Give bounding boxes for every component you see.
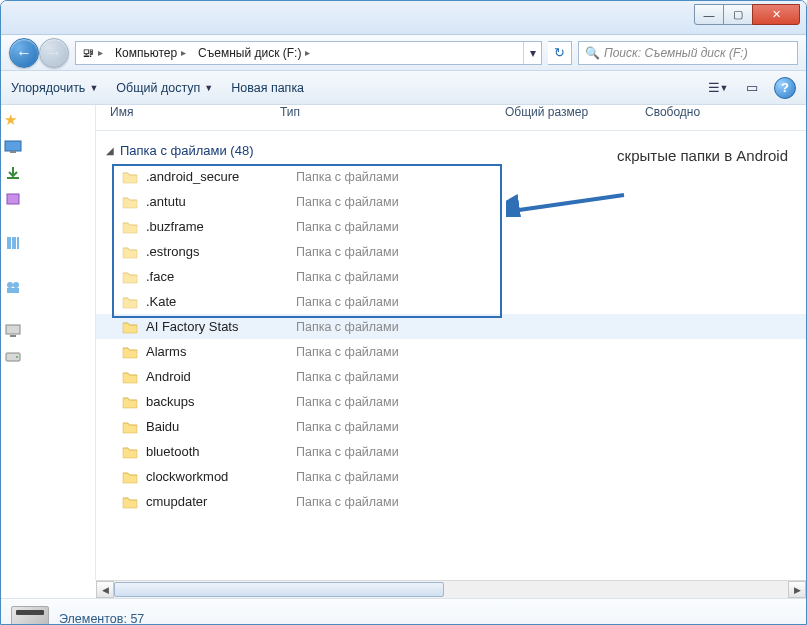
organize-menu[interactable]: Упорядочить ▼ (11, 81, 98, 95)
file-row[interactable]: backupsПапка с файлами (96, 389, 806, 414)
folder-icon (122, 494, 140, 510)
search-input[interactable]: 🔍 Поиск: Съемный диск (F:) (578, 41, 798, 65)
file-row[interactable]: .buzframeПапка с файлами (96, 214, 806, 239)
drive-icon (11, 606, 49, 626)
view-options-button[interactable]: ☰ ▼ (706, 77, 730, 99)
file-type: Папка с файлами (296, 195, 399, 209)
file-row[interactable]: BaiduПапка с файлами (96, 414, 806, 439)
list-icon: ☰ (708, 80, 720, 95)
sidebar-item-recent[interactable] (4, 191, 22, 207)
annotation-label: скрытые папки в Android (617, 147, 788, 164)
back-button[interactable]: ← (9, 38, 39, 68)
svg-rect-1 (10, 151, 16, 153)
folder-icon (122, 219, 140, 235)
file-type: Папка с файлами (296, 295, 399, 309)
help-button[interactable]: ? (774, 77, 796, 99)
sidebar-item-downloads[interactable] (4, 165, 22, 181)
file-list: .android_secureПапка с файлами.antutuПап… (96, 164, 806, 514)
file-row[interactable]: .antutuПапка с файлами (96, 189, 806, 214)
file-name: Android (146, 369, 296, 384)
scroll-left-button[interactable]: ◀ (96, 581, 114, 598)
toolbar: Упорядочить ▼ Общий доступ ▼ Новая папка… (1, 71, 806, 105)
column-header-free[interactable]: Свободно (645, 105, 806, 130)
file-type: Папка с файлами (296, 220, 399, 234)
file-name: Alarms (146, 344, 296, 359)
scroll-thumb[interactable] (114, 582, 444, 597)
chevron-down-icon: ▼ (204, 83, 213, 93)
svg-rect-10 (6, 325, 20, 334)
share-menu[interactable]: Общий доступ ▼ (116, 81, 213, 95)
folder-icon (122, 419, 140, 435)
column-header-type[interactable]: Тип (280, 105, 505, 130)
new-folder-button[interactable]: Новая папка (231, 81, 304, 95)
search-icon: 🔍 (585, 46, 600, 60)
content-area: Имя Тип Общий размер Свободно ◢ Папка с … (96, 105, 806, 580)
sidebar-item-desktop[interactable] (4, 139, 22, 155)
chevron-right-icon: ▸ (305, 47, 310, 58)
preview-icon: ▭ (746, 80, 758, 95)
file-row[interactable]: .faceПапка с файлами (96, 264, 806, 289)
close-button[interactable]: ✕ (752, 4, 800, 25)
preview-pane-button[interactable]: ▭ (740, 77, 764, 99)
svg-rect-11 (10, 335, 16, 337)
file-type: Папка с файлами (296, 395, 399, 409)
svg-rect-3 (7, 194, 19, 204)
svg-line-15 (512, 195, 624, 211)
forward-button[interactable]: → (39, 38, 69, 68)
status-bar: Элементов: 57 (1, 598, 806, 625)
file-row[interactable]: AI Factory StatsПапка с файлами (96, 314, 806, 339)
file-row[interactable]: AlarmsПапка с файлами (96, 339, 806, 364)
file-name: bluetooth (146, 444, 296, 459)
file-row[interactable]: cmupdaterПапка с файлами (96, 489, 806, 514)
column-header-name[interactable]: Имя (110, 105, 280, 130)
sidebar-item-drive[interactable] (4, 349, 22, 365)
file-name: Baidu (146, 419, 296, 434)
sidebar-item-homegroup[interactable] (4, 279, 22, 295)
svg-rect-4 (7, 237, 11, 249)
folder-icon (122, 369, 140, 385)
file-row[interactable]: .KateПапка с файлами (96, 289, 806, 314)
navbar: ← → 🖳▸ Компьютер▸ Съемный диск (F:)▸ ▾ ↻… (1, 35, 806, 71)
breadcrumb-dropdown[interactable]: ▾ (523, 42, 541, 64)
folder-icon (122, 244, 140, 260)
folder-icon (122, 294, 140, 310)
sidebar-item-computer[interactable] (4, 323, 22, 339)
chevron-down-icon: ▼ (720, 83, 729, 93)
star-icon: ★ (4, 111, 17, 129)
crumb-drive[interactable]: Съемный диск (F:)▸ (192, 42, 316, 64)
folder-icon (122, 169, 140, 185)
svg-point-13 (16, 356, 18, 358)
file-name: AI Factory Stats (146, 319, 296, 334)
file-row[interactable]: .android_secureПапка с файлами (96, 164, 806, 189)
maximize-button[interactable]: ▢ (723, 4, 753, 25)
file-type: Папка с файлами (296, 420, 399, 434)
file-type: Папка с файлами (296, 445, 399, 459)
file-type: Папка с файлами (296, 245, 399, 259)
svg-rect-2 (7, 177, 19, 179)
svg-rect-0 (5, 141, 21, 151)
folder-icon (122, 469, 140, 485)
file-row[interactable]: .estrongsПапка с файлами (96, 239, 806, 264)
file-row[interactable]: clockworkmodПапка с файлами (96, 464, 806, 489)
file-type: Папка с файлами (296, 495, 399, 509)
file-name: .buzframe (146, 219, 296, 234)
horizontal-scrollbar[interactable]: ◀ ▶ (96, 580, 806, 598)
svg-point-8 (13, 282, 19, 288)
file-name: .face (146, 269, 296, 284)
file-row[interactable]: bluetoothПапка с файлами (96, 439, 806, 464)
item-count-label: Элементов: 57 (59, 612, 144, 626)
sidebar-item-libraries[interactable] (4, 235, 22, 251)
favorites-section[interactable]: ★ (4, 111, 17, 129)
minimize-button[interactable]: — (694, 4, 724, 25)
chevron-right-icon: ▸ (181, 47, 186, 58)
column-header-size[interactable]: Общий размер (505, 105, 645, 130)
file-row[interactable]: AndroidПапка с файлами (96, 364, 806, 389)
file-name: .Kate (146, 294, 296, 309)
crumb-computer[interactable]: Компьютер▸ (109, 42, 192, 64)
folder-icon (122, 194, 140, 210)
svg-rect-9 (7, 288, 19, 293)
refresh-button[interactable]: ↻ (548, 41, 572, 65)
arrow-right-icon: → (46, 44, 62, 62)
breadcrumb[interactable]: 🖳▸ Компьютер▸ Съемный диск (F:)▸ ▾ (75, 41, 542, 65)
scroll-right-button[interactable]: ▶ (788, 581, 806, 598)
